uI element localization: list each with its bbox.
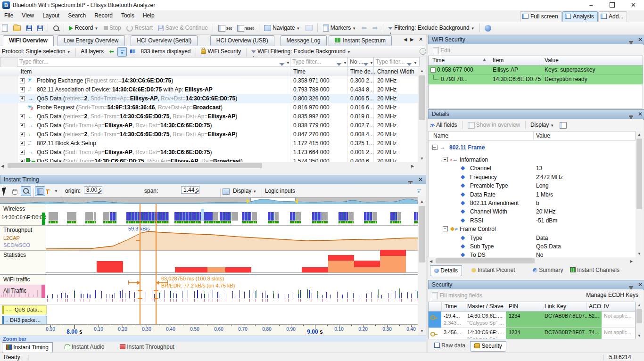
goto-wifi-icon[interactable] [416, 189, 421, 193]
filter-chevron-icon[interactable]: ▼ [343, 59, 347, 67]
open-file-button[interactable] [11, 23, 23, 33]
column-header-time[interactable]: Time [432, 57, 445, 64]
zoom-handle-left[interactable] [247, 198, 250, 204]
column-header-aco[interactable]: ACO [589, 303, 601, 310]
table-row[interactable]: 0.058 677 000Ellisys-APKeys: superpasske… [429, 66, 643, 75]
time-filter-input[interactable]: Type filter... ▼ [290, 57, 349, 66]
column-header-timedelta[interactable]: Time de... [350, 68, 375, 75]
origin-input[interactable]: 8.00 s▼ [84, 186, 102, 194]
display-menu[interactable]: Display▼ [233, 188, 256, 194]
timing-tracks[interactable]: Wireless 14:30:C6:6E:D0:0D Throughput L2… [0, 204, 418, 324]
tab-details[interactable]: Details [430, 265, 462, 276]
analysis-perspective-button[interactable]: Analysis [562, 11, 598, 22]
span-input[interactable]: 1.44 s▼ [181, 186, 199, 194]
table-row[interactable]: ✳✗Probe Request (Snd+Trsm=54:9F:13:68:36… [0, 103, 418, 112]
zoom-tool-button[interactable] [21, 186, 31, 196]
fullscreen-perspective-button[interactable]: Full screen [520, 11, 562, 22]
marker-tool-icon[interactable] [47, 189, 48, 194]
table-row[interactable]: ✳Probing Exchange (Request src:=14:30:C6… [0, 76, 418, 85]
filter-funnel-icon[interactable] [337, 63, 341, 66]
scroll-down-icon[interactable]: ▼ [418, 329, 426, 333]
security-header[interactable]: Security ✕ [428, 280, 644, 290]
display-options-icon[interactable] [223, 189, 230, 195]
tree-row[interactable]: ◆⇄Frame Control [429, 225, 636, 233]
scroll-right-icon[interactable]: ▶ [411, 164, 414, 168]
expand-icon[interactable] [20, 78, 25, 83]
zoom-bar-strip[interactable]: Zoom bar [0, 336, 427, 342]
save-as-button[interactable] [35, 23, 45, 33]
tree-row[interactable]: ◆RSSI-51 dBm [429, 216, 636, 225]
restart-button[interactable]: Restart [124, 23, 155, 33]
column-header-item[interactable]: Item [21, 68, 32, 75]
tab-instant-throughput[interactable]: Instant Throughput [116, 342, 179, 353]
tab-scroll-left-icon[interactable]: ◀ [404, 37, 407, 42]
goto-icon[interactable]: ↓ [420, 48, 426, 55]
column-header-time[interactable]: Time [445, 303, 457, 310]
tree-row[interactable]: →802.11 Frame [429, 143, 636, 152]
column-header-value[interactable]: Value [536, 132, 550, 139]
navigate-secondary-button[interactable] [304, 23, 314, 33]
tab-wifi-overview[interactable]: WiFi Overview [3, 35, 54, 46]
table-row[interactable]: 0.793 78...14:30:C6:6E:D0:75Decryption r… [429, 75, 643, 84]
scroll-up-icon[interactable]: ▲ [636, 131, 643, 137]
tab-hci-overview-usb-[interactable]: HCI Overview (USB) [210, 35, 274, 46]
tab-message-log[interactable]: Message Log [281, 35, 327, 46]
tab-raw-data[interactable]: Raw data [430, 341, 470, 351]
record-button[interactable]: Record▼ [67, 23, 100, 33]
tree-row[interactable]: a→Information [429, 156, 636, 164]
column-header-pin[interactable]: PIN [509, 303, 518, 310]
tree-row[interactable]: ◆To DSNo [429, 251, 636, 257]
tree-row[interactable]: ◆TypeData [429, 234, 636, 242]
item-filter-input[interactable]: Type filter... ▼ [17, 57, 292, 66]
column-header-value[interactable]: Value [545, 57, 559, 64]
column-header-item[interactable]: Item [493, 57, 504, 64]
details-vscrollbar[interactable]: ▲ ▼ [636, 131, 643, 257]
expand-icon[interactable] [20, 132, 25, 137]
find-button[interactable] [51, 23, 61, 33]
previous-marker-button[interactable]: ⬅ [359, 23, 369, 33]
zoom-handle-right[interactable] [295, 198, 298, 204]
table-row[interactable]: →←QoS Data (Snd+Trsm=14:30:C6:6E:D0:75, … [0, 157, 418, 162]
select-tool-icon[interactable] [2, 187, 8, 196]
wifi-security-header[interactable]: WiFi Security ✕ [428, 35, 644, 45]
menu-search[interactable]: Search [64, 10, 90, 21]
menu-record[interactable]: Record [90, 10, 117, 21]
all-fields-button[interactable]: ≫ All fields [428, 120, 459, 130]
width-filter-input[interactable]: Type filter... ▼ [373, 57, 420, 66]
expand-icon[interactable] [20, 114, 25, 119]
panel-close-icon[interactable]: ✕ [638, 35, 643, 44]
logic-inputs-button[interactable]: Logic inputs [265, 188, 295, 194]
tree-row[interactable]: ◆Frequency2'472 MHz [429, 173, 636, 181]
measure-marker-1[interactable] [140, 204, 140, 324]
menu-layout[interactable]: Layout [38, 10, 64, 21]
maximize-button[interactable] [602, 0, 623, 10]
reset-markers-button[interactable]: reset [235, 23, 256, 33]
wifi-filtering-button[interactable]: WiFi Filtering: Exclude Background▼ [249, 46, 353, 57]
collapse-icon[interactable] [430, 67, 436, 73]
save-button[interactable] [25, 23, 34, 33]
details-header[interactable]: Details ✕ [428, 109, 644, 120]
timing-vscrollbar[interactable]: ▲ ▼ [418, 197, 426, 336]
tree-row[interactable]: ◆Channel Width20 MHz [429, 207, 636, 216]
marker2-chip[interactable]: → DH3 packet (... [2, 316, 47, 324]
wifi-security-button[interactable]: WiFi Security [199, 46, 243, 57]
close-button[interactable]: ✕ [623, 0, 644, 10]
expand-icon[interactable] [20, 150, 25, 155]
tab-instant-spectrum[interactable]: Instant Spectrum [329, 35, 392, 46]
table-row[interactable]: -19.4...2.343...14:30:C6:6E:D0..."Calyps… [429, 312, 635, 328]
table-row[interactable]: 3.456...14:30:C6:6E:D0..."Calypso Sp" 00… [429, 328, 635, 339]
edit-button[interactable]: Edit [431, 45, 452, 56]
expand-icon[interactable] [20, 123, 25, 128]
expand-icon[interactable] [20, 159, 25, 162]
instant-timing-header[interactable]: Instant Timing ✕ [0, 175, 430, 185]
filter-chevron-icon[interactable]: ▼ [413, 59, 417, 67]
menu-tools[interactable]: Tools [117, 10, 139, 21]
panel-close-icon[interactable]: ✕ [638, 280, 643, 289]
add-perspective-button[interactable]: Add... [598, 11, 627, 22]
scroll-down-icon[interactable]: ▼ [418, 156, 426, 161]
manage-ecdh-keys-button[interactable]: Manage ECDH Keys [586, 292, 638, 298]
table-row[interactable]: ←QoS Data (retries=2, Snd+Trsm=14:30:C6:… [0, 112, 418, 121]
scroll-right-icon[interactable]: ▶ [630, 259, 633, 263]
filter-funnel-icon[interactable] [407, 63, 412, 66]
overview-vscrollbar[interactable]: ▲ ▼ [418, 67, 426, 162]
